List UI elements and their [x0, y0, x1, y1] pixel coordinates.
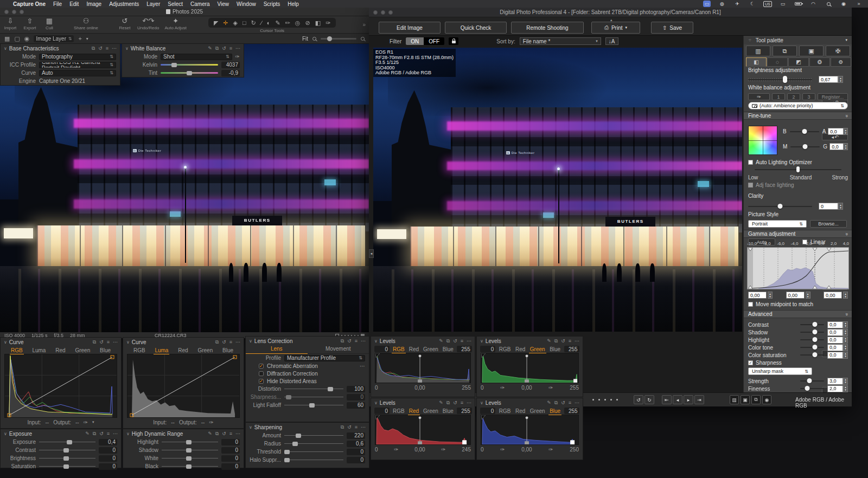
threshold-slider[interactable] [284, 449, 343, 455]
control-center-icon[interactable]: » [855, 1, 863, 7]
menu-file[interactable]: File [53, 1, 62, 7]
mode-select[interactable]: Photography⇅ [39, 54, 116, 60]
pick-icon[interactable]: ✎ [439, 338, 443, 344]
levels-tab-red[interactable]: Red [408, 346, 420, 353]
levels-tab-green[interactable]: Green [529, 408, 546, 415]
reset-icon[interactable]: ↺ [561, 400, 565, 405]
levels-shadow-value[interactable]: 0 [375, 385, 378, 391]
black-value[interactable]: 0 [221, 463, 240, 470]
shadow-picker-icon[interactable]: ✑ [500, 447, 505, 453]
wb-mode-select[interactable]: (Auto: Ambience priority)⇅ [748, 102, 848, 109]
palette-tab-stamp[interactable]: ✠ [826, 46, 850, 56]
wb-preset-2-button[interactable]: 2 [787, 93, 800, 100]
brightness-knob[interactable] [63, 456, 69, 461]
lens-sharpness-slider[interactable] [284, 394, 343, 401]
copy-settings-icon[interactable]: ⧉ [554, 400, 558, 406]
amount-slider[interactable] [284, 432, 343, 439]
levels-mid-value[interactable]: 0,00 [521, 385, 532, 391]
more-icon[interactable]: ⋯ [361, 338, 366, 344]
contrast-knob[interactable] [63, 448, 69, 453]
white-knob[interactable] [186, 456, 192, 461]
copy-settings-icon[interactable]: ⧉ [554, 338, 558, 344]
fine-tune-section[interactable]: Fine-tune» [744, 112, 852, 120]
levels-blue-histogram[interactable] [481, 415, 579, 445]
reset-icon[interactable]: ↺ [347, 424, 352, 430]
collapse-chevron-icon[interactable]: ∨ [480, 401, 483, 405]
halo-suppression-slider[interactable] [284, 457, 343, 463]
spot-tool-icon[interactable]: ◐ [267, 20, 271, 26]
shadow-knob[interactable] [186, 448, 192, 453]
pick-wb-tool-icon[interactable]: ◈ [233, 20, 238, 26]
fineness-slider[interactable] [800, 388, 824, 389]
shadow-picker-icon[interactable]: ✑ [394, 447, 398, 453]
threshold-knob[interactable] [284, 450, 290, 454]
levels-white-input[interactable]: 255 [457, 346, 472, 352]
levels-tab-red[interactable]: Red [514, 408, 526, 415]
menu-icon[interactable]: ≡ [106, 46, 108, 51]
reset-icon[interactable]: ↺ [98, 46, 103, 51]
copy-settings-icon[interactable]: ⧉ [446, 400, 450, 406]
menu-icon[interactable]: ≡ [229, 339, 232, 345]
gamma-mid-stepper[interactable]: ▴▾ [806, 292, 810, 299]
reset-icon[interactable]: ↺ [347, 338, 352, 344]
kelvin-value[interactable]: 4037 [221, 62, 240, 68]
gamma-white-stepper[interactable]: ▴▾ [843, 292, 848, 299]
camera-view-button[interactable]: ◉ [762, 395, 771, 404]
next-image-button[interactable]: ▸ [684, 395, 693, 404]
copy-settings-icon[interactable]: ⧉ [215, 46, 219, 51]
black-knob[interactable] [186, 464, 192, 469]
picture-style-select[interactable]: Portrait⇅ [748, 220, 807, 228]
light-falloff-slider[interactable] [284, 402, 343, 409]
mg-knob[interactable] [803, 144, 808, 149]
levels-tab-rgb[interactable]: RGB [392, 408, 406, 415]
brightness-slider[interactable] [748, 78, 812, 81]
thumbnail-pane-toggle[interactable]: ◂ [369, 249, 374, 258]
curve-tab-green[interactable]: Green [74, 347, 91, 354]
collapse-chevron-icon[interactable]: ∨ [4, 431, 7, 436]
keyboard-layout-icon[interactable]: US [764, 1, 771, 7]
copy-settings-icon[interactable]: ⧉ [92, 46, 95, 51]
shadow-slider[interactable] [162, 447, 218, 454]
distortion-slider[interactable] [284, 386, 343, 392]
subtab-settings[interactable]: ⚙ [831, 57, 851, 67]
edit-image-button[interactable]: Edit Image [379, 22, 441, 34]
collapse-chevron-icon[interactable]: ∨ [249, 425, 252, 430]
halo-suppression-value[interactable]: 0 [347, 457, 365, 463]
gamma-section[interactable]: Gamma adjustment» [744, 230, 852, 238]
wb-dropper-icon[interactable]: ✑ [235, 54, 240, 60]
highlight-stepper[interactable]: ▴▾ [843, 337, 848, 344]
wb-preset-1-button[interactable]: 1 [772, 93, 785, 100]
threshold-value[interactable]: 0 [347, 449, 365, 455]
palette-collapse-icon[interactable]: ▾ [845, 38, 847, 42]
heal-tool-icon[interactable]: ◎ [295, 20, 301, 26]
rotate-right-button[interactable]: ↻ [644, 395, 654, 404]
rotate-left-button[interactable]: ↺ [634, 395, 643, 404]
levels-highlight-value[interactable]: 250 [570, 447, 579, 453]
highlight-picker-icon[interactable]: ✑ [548, 385, 553, 391]
shadow-stepper[interactable]: ▴▾ [843, 329, 848, 336]
curve-select[interactable]: Auto⇅ [39, 70, 116, 76]
undo-icon[interactable]: ↶ [142, 17, 148, 25]
menu-image[interactable]: Image [86, 1, 101, 7]
more-icon[interactable]: ⋯ [575, 338, 579, 344]
clarity-value[interactable]: 0 [819, 203, 838, 210]
more-icon[interactable]: ⋯ [467, 338, 471, 344]
menu-app[interactable]: Capture One [13, 1, 46, 7]
strength-slider[interactable] [800, 380, 824, 382]
highlight-picker-icon[interactable]: ✑ [441, 447, 445, 453]
strength-knob[interactable] [807, 378, 812, 383]
rating-dots[interactable] [592, 399, 618, 401]
gamma-histogram[interactable] [747, 247, 849, 289]
wb-register-button[interactable]: Register... [818, 93, 848, 100]
wb-dropper-button[interactable]: ✑ [748, 93, 770, 100]
curve-rgb-graph[interactable] [4, 354, 117, 418]
display-icon[interactable]: ▭ [779, 1, 787, 7]
exposure-knob[interactable] [67, 440, 72, 444]
redo-icon[interactable]: ↷ [148, 17, 154, 25]
color-tone-knob[interactable] [813, 345, 818, 350]
midpoint-checkbox[interactable]: ✓ [748, 302, 753, 307]
levels-rgb-histogram[interactable] [375, 353, 471, 383]
lens-sharpness-value[interactable]: 0 [347, 394, 365, 401]
white-slider[interactable] [162, 455, 218, 462]
color-saturation-value[interactable]: 0,0 [827, 352, 843, 359]
